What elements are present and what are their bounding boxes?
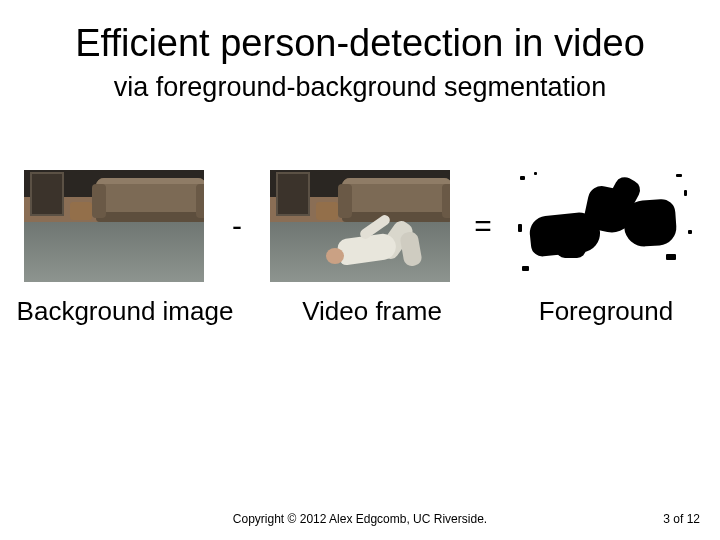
cushion-shape <box>316 202 338 220</box>
caption-foreground: Foreground <box>502 296 710 327</box>
copyright-text: Copyright © 2012 Alex Edgcomb, UC Rivers… <box>0 512 720 526</box>
page-number: 3 of 12 <box>663 512 700 526</box>
slide-subtitle: via foreground-background segmentation <box>0 72 720 103</box>
minus-operator: - <box>222 209 252 243</box>
caption-background: Background image <box>6 296 244 327</box>
caption-frame: Video frame <box>262 296 482 327</box>
foreground-thumb <box>516 170 696 282</box>
person-shape <box>308 222 428 280</box>
door-shape <box>276 172 310 216</box>
sofa-shape <box>96 178 204 222</box>
image-equation-row: - = <box>24 170 696 282</box>
background-image-thumb <box>24 170 204 282</box>
equals-operator: = <box>468 209 498 243</box>
caption-row: Background image Video frame Foreground <box>0 296 720 327</box>
slide-title: Efficient person-detection in video <box>0 22 720 65</box>
sofa-shape <box>342 178 450 222</box>
door-shape <box>30 172 64 216</box>
cushion-shape <box>70 202 92 220</box>
video-frame-thumb <box>270 170 450 282</box>
silhouette <box>516 170 696 282</box>
